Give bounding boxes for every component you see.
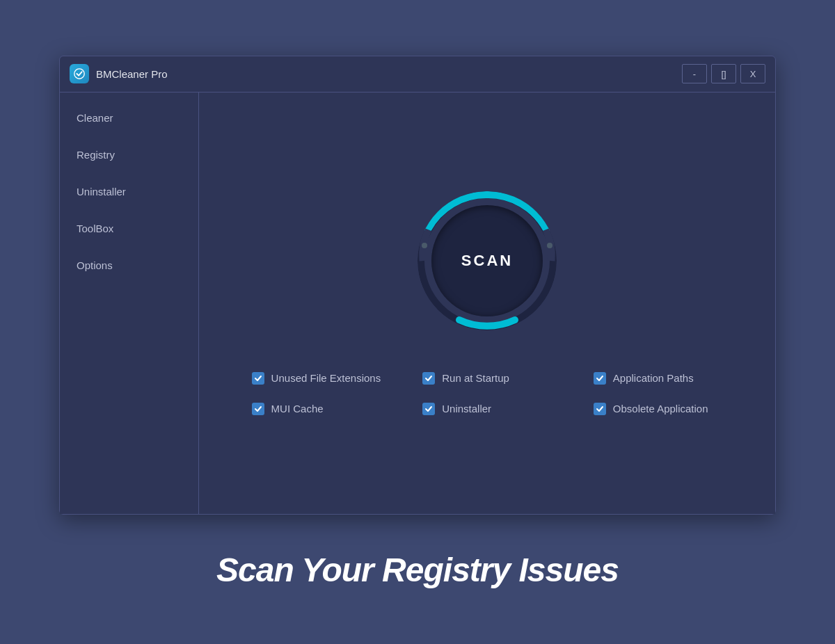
checkbox-icon-uninstaller xyxy=(422,403,435,415)
checkbox-icon-unused xyxy=(252,372,264,385)
scan-label: SCAN xyxy=(461,252,513,270)
title-bar-left: BMCleaner Pro xyxy=(70,64,168,83)
scan-inner: SCAN xyxy=(431,205,543,316)
checkbox-icon-obsolete xyxy=(594,403,606,415)
scan-button[interactable]: SCAN xyxy=(418,191,557,330)
app-icon xyxy=(70,64,89,83)
app-window: BMCleaner Pro - [] X Cleaner Registry Un… xyxy=(59,56,776,515)
scan-button-container: SCAN xyxy=(418,191,557,330)
sidebar-item-cleaner[interactable]: Cleaner xyxy=(60,99,198,136)
sidebar: Cleaner Registry Uninstaller ToolBox Opt… xyxy=(60,92,199,514)
checkbox-icon-mui xyxy=(252,403,264,415)
close-button[interactable]: X xyxy=(740,64,765,83)
sidebar-item-uninstaller[interactable]: Uninstaller xyxy=(60,173,198,210)
checkbox-run-at-startup[interactable]: Run at Startup xyxy=(422,372,552,385)
window-controls: - [] X xyxy=(682,64,765,83)
main-content: Cleaner Registry Uninstaller ToolBox Opt… xyxy=(60,92,775,514)
sidebar-item-toolbox[interactable]: ToolBox xyxy=(60,210,198,247)
content-area: SCAN Unused File Extensions xyxy=(199,92,775,514)
sidebar-item-registry[interactable]: Registry xyxy=(60,136,198,173)
checkbox-application-paths[interactable]: Application Paths xyxy=(594,372,723,385)
checkbox-obsolete-app[interactable]: Obsolete Application xyxy=(594,403,723,415)
checkbox-unused-file-ext[interactable]: Unused File Extensions xyxy=(252,372,381,385)
restore-button[interactable]: [] xyxy=(711,64,736,83)
bottom-tagline: Scan Your Registry Issues xyxy=(216,551,619,589)
svg-point-3 xyxy=(422,243,427,248)
title-bar: BMCleaner Pro - [] X xyxy=(60,56,775,92)
sidebar-item-options[interactable]: Options xyxy=(60,247,198,284)
minimize-button[interactable]: - xyxy=(682,64,707,83)
checkbox-icon-apppaths xyxy=(594,372,606,385)
svg-point-0 xyxy=(74,69,84,79)
checkbox-mui-cache[interactable]: MUI Cache xyxy=(252,403,381,415)
app-title: BMCleaner Pro xyxy=(96,68,168,80)
checkbox-icon-startup xyxy=(422,372,435,385)
svg-point-2 xyxy=(547,243,552,248)
checkboxes-grid: Unused File Extensions Run at Startup xyxy=(252,372,723,415)
checkbox-uninstaller[interactable]: Uninstaller xyxy=(422,403,552,415)
